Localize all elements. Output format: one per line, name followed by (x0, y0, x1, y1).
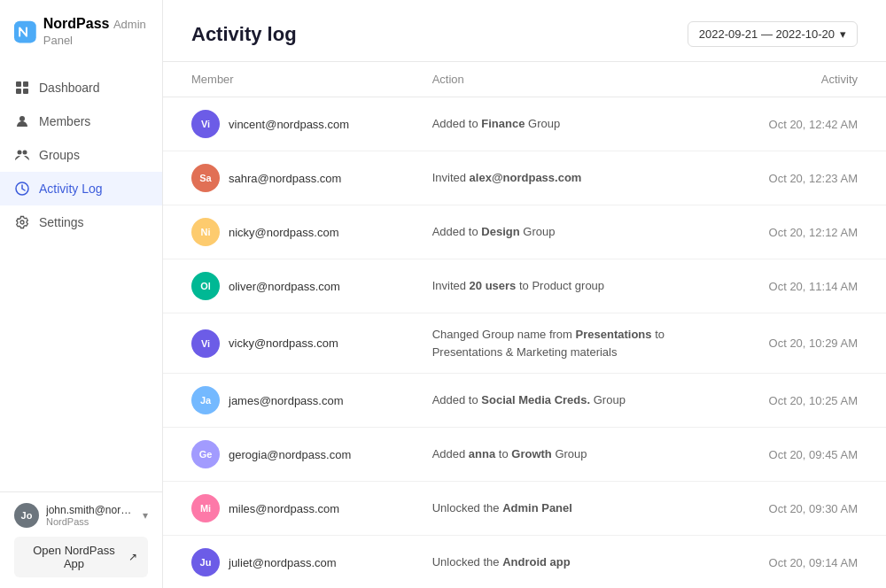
member-cell: Mi miles@nordpass.com (163, 482, 404, 536)
avatar: Sa (191, 164, 220, 192)
sidebar-item-settings-label: Settings (39, 215, 84, 229)
table-row: Sa sahra@nordpass.com Invited alex@nordp… (163, 151, 886, 205)
action-cell: Unlocked the Android app (404, 536, 725, 589)
avatar: Ja (191, 386, 220, 414)
user-info[interactable]: Jo john.smith@nordpass... NordPass ▾ (14, 503, 148, 528)
member-email: sahra@nordpass.com (229, 172, 341, 185)
action-cell: Added to Design Group (404, 205, 725, 259)
table-row: Ol oliver@nordpass.com Invited 20 users … (163, 259, 886, 313)
groups-icon (14, 147, 30, 163)
svg-rect-3 (16, 89, 21, 94)
action-cell: Added anna to Growth Group (404, 428, 725, 482)
svg-point-7 (23, 151, 27, 155)
avatar: Ge (191, 440, 220, 468)
sidebar-footer: Jo john.smith@nordpass... NordPass ▾ Ope… (0, 491, 162, 588)
main-header: Activity log 2022-09-21 — 2022-10-20 ▾ (163, 0, 886, 62)
main-content: Activity log 2022-09-21 — 2022-10-20 ▾ M… (163, 0, 886, 588)
member-cell: Sa sahra@nordpass.com (163, 151, 404, 205)
action-cell: Invited 20 users to Product group (404, 259, 725, 313)
avatar: Ju (191, 548, 220, 576)
settings-icon (14, 214, 30, 230)
date-range-value: 2022-09-21 — 2022-10-20 (699, 27, 835, 41)
col-action: Action (404, 62, 725, 97)
sidebar-item-settings[interactable]: Settings (0, 205, 162, 239)
timestamp-cell: Oct 20, 10:25 AM (725, 374, 886, 428)
action-cell: Invited alex@nordpass.com (404, 151, 725, 205)
sidebar-nav: Dashboard Members Groups Activity Log Se… (0, 64, 162, 491)
open-app-button[interactable]: Open NordPass App ↗ (14, 537, 148, 577)
action-cell: Added to Social Media Creds. Group (404, 374, 725, 428)
sidebar-item-groups-label: Groups (39, 148, 80, 162)
chevron-down-icon: ▾ (840, 27, 846, 41)
timestamp-cell: Oct 20, 09:30 AM (725, 482, 886, 536)
sidebar-item-groups[interactable]: Groups (0, 138, 162, 172)
action-cell: Added to Finance Group (404, 97, 725, 151)
table-row: Ju juliet@nordpass.com Unlocked the Andr… (163, 536, 886, 589)
timestamp-cell: Oct 20, 09:14 AM (725, 536, 886, 589)
timestamp-cell: Oct 20, 09:45 AM (725, 428, 886, 482)
table-row: Vi vincent@nordpass.com Added to Finance… (163, 97, 886, 151)
user-company: NordPass (46, 516, 136, 527)
open-app-label: Open NordPass App (25, 544, 123, 570)
sidebar-item-members[interactable]: Members (0, 104, 162, 138)
activity-table: Member Action Activity Vi vincent@nordpa… (163, 62, 886, 588)
avatar: Ni (191, 218, 220, 246)
timestamp-cell: Oct 20, 12:23 AM (725, 151, 886, 205)
svg-point-6 (18, 151, 22, 155)
activity-icon (14, 181, 30, 197)
table-row: Mi miles@nordpass.com Unlocked the Admin… (163, 482, 886, 536)
member-cell: Ge gerogia@nordpass.com (163, 428, 404, 482)
avatar: Mi (191, 494, 220, 522)
timestamp-cell: Oct 20, 11:14 AM (725, 259, 886, 313)
svg-rect-4 (23, 89, 28, 94)
member-cell: Vi vicky@nordpass.com (163, 313, 404, 374)
logo: NordPass Admin Panel (0, 0, 162, 64)
col-activity: Activity (725, 62, 886, 97)
table-row: Ni nicky@nordpass.com Added to Design Gr… (163, 205, 886, 259)
app-name: NordPass Admin Panel (43, 16, 148, 48)
member-email: gerogia@nordpass.com (229, 448, 351, 461)
member-email: juliet@nordpass.com (229, 556, 337, 569)
sidebar-item-activity-log[interactable]: Activity Log (0, 172, 162, 205)
table-row: Ge gerogia@nordpass.com Added anna to Gr… (163, 428, 886, 482)
member-cell: Ni nicky@nordpass.com (163, 205, 404, 259)
action-cell: Changed Group name from Presentations to… (404, 313, 725, 374)
svg-rect-0 (14, 21, 36, 43)
user-name: john.smith@nordpass... (46, 504, 136, 516)
avatar: Vi (191, 329, 220, 358)
nordpass-logo-icon (14, 18, 36, 46)
sidebar-item-members-label: Members (39, 114, 90, 128)
avatar: Vi (191, 110, 220, 138)
date-range-picker[interactable]: 2022-09-21 — 2022-10-20 ▾ (688, 21, 858, 47)
sidebar-item-activity-label: Activity Log (39, 182, 103, 196)
sidebar-item-dashboard[interactable]: Dashboard (0, 71, 162, 104)
member-cell: Ja james@nordpass.com (163, 374, 404, 428)
timestamp-cell: Oct 20, 12:12 AM (725, 205, 886, 259)
chevron-down-icon: ▾ (143, 509, 148, 522)
member-cell: Ju juliet@nordpass.com (163, 536, 404, 589)
sidebar-item-dashboard-label: Dashboard (39, 81, 100, 95)
page-title: Activity log (191, 23, 297, 46)
member-email: oliver@nordpass.com (229, 280, 340, 293)
avatar: Jo (14, 503, 39, 528)
avatar: Ol (191, 272, 220, 300)
member-email: vicky@nordpass.com (229, 337, 338, 350)
members-icon (14, 113, 30, 129)
member-email: vincent@nordpass.com (229, 118, 349, 131)
external-link-icon: ↗ (128, 551, 137, 563)
member-cell: Ol oliver@nordpass.com (163, 259, 404, 313)
svg-rect-2 (23, 81, 28, 87)
table-row: Ja james@nordpass.com Added to Social Me… (163, 374, 886, 428)
sidebar: NordPass Admin Panel Dashboard Members G… (0, 0, 163, 588)
timestamp-cell: Oct 20, 10:29 AM (725, 313, 886, 374)
col-member: Member (163, 62, 404, 97)
member-email: miles@nordpass.com (229, 502, 339, 515)
svg-point-5 (19, 116, 25, 121)
user-details: john.smith@nordpass... NordPass (46, 504, 136, 527)
action-cell: Unlocked the Admin Panel (404, 482, 725, 536)
dashboard-icon (14, 80, 30, 96)
member-cell: Vi vincent@nordpass.com (163, 97, 404, 151)
member-email: nicky@nordpass.com (229, 226, 338, 239)
table-row: Vi vicky@nordpass.com Changed Group name… (163, 313, 886, 374)
svg-rect-1 (16, 81, 21, 87)
